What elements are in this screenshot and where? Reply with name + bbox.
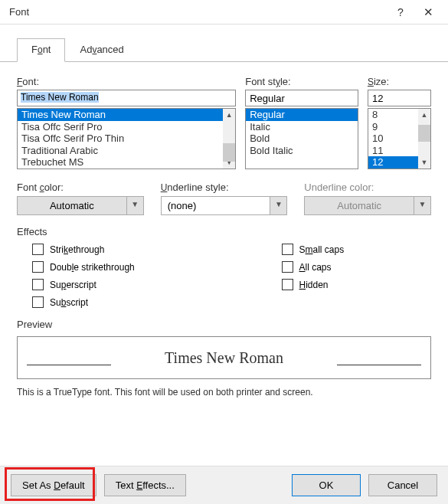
effects-label: Effects xyxy=(17,226,431,237)
fontstyle-label: Font style: xyxy=(245,76,358,87)
size-input[interactable] xyxy=(368,90,431,106)
list-item[interactable]: Bold Italic xyxy=(246,145,358,157)
list-item[interactable]: 9 xyxy=(368,121,418,133)
scrollbar[interactable]: ▲ ▼ xyxy=(223,109,235,169)
list-item[interactable]: 12 xyxy=(368,156,418,169)
list-item[interactable]: Tisa Offc Serif Pro xyxy=(18,121,223,133)
chevron-down-icon[interactable]: ▼ xyxy=(127,196,144,215)
subscript-checkbox[interactable]: Subscript xyxy=(32,296,182,308)
chevron-down-icon[interactable]: ▼ xyxy=(270,196,287,215)
list-item[interactable]: Times New Roman xyxy=(18,109,223,121)
underlinecolor-label: Underline color: xyxy=(304,182,431,193)
doublestrike-checkbox[interactable]: Double strikethrough xyxy=(32,261,182,273)
smallcaps-checkbox[interactable]: Small caps xyxy=(282,244,432,255)
font-panel: Font: Times New Roman Times New Roman Ti… xyxy=(0,61,448,404)
underlinestyle-dropdown[interactable]: (none) ▼ xyxy=(161,196,288,215)
preview-text: Times New Roman xyxy=(165,349,283,367)
list-item[interactable]: Bold xyxy=(246,133,358,145)
text-effects-button[interactable]: Text Effects... xyxy=(104,474,186,496)
list-item[interactable]: Italic xyxy=(246,121,358,133)
font-description: This is a TrueType font. This font will … xyxy=(17,387,431,398)
set-default-button[interactable]: Set As Default xyxy=(11,474,96,496)
allcaps-checkbox[interactable]: All caps xyxy=(282,261,432,273)
fontcolor-dropdown[interactable]: Automatic ▼ xyxy=(17,196,144,215)
preview-label: Preview xyxy=(17,319,431,330)
font-label: Font: xyxy=(17,76,236,87)
tab-advanced[interactable]: Advanced xyxy=(65,38,138,62)
size-label: Size: xyxy=(368,76,431,87)
superscript-checkbox[interactable]: Superscript xyxy=(32,279,182,290)
list-item[interactable]: 8 xyxy=(368,109,418,121)
preview-box: Times New Roman xyxy=(17,336,431,379)
size-listbox[interactable]: 8 9 10 11 12 ▲ ▼ xyxy=(368,108,431,169)
titlebar: Font ? ✕ xyxy=(0,0,448,25)
underlinestyle-label: Underline style: xyxy=(161,182,288,193)
preview-line xyxy=(27,365,111,365)
chevron-down-icon: ▼ xyxy=(414,196,431,215)
cancel-button[interactable]: Cancel xyxy=(368,474,437,496)
list-item[interactable]: Traditional Arabic xyxy=(18,145,223,157)
close-button[interactable]: ✕ xyxy=(414,5,442,19)
fontstyle-listbox[interactable]: Regular Italic Bold Bold Italic xyxy=(245,108,358,169)
fontcolor-label: Font color: xyxy=(17,182,144,193)
dialog-footer: Set As Default Text Effects... OK Cancel xyxy=(0,466,448,504)
list-item[interactable]: Regular xyxy=(246,109,358,121)
list-item[interactable]: Tisa Offc Serif Pro Thin xyxy=(18,133,223,145)
font-listbox[interactable]: Times New Roman Tisa Offc Serif Pro Tisa… xyxy=(17,108,236,169)
hidden-checkbox[interactable]: Hidden xyxy=(282,279,432,290)
tab-font[interactable]: Font xyxy=(17,38,65,62)
fontstyle-input[interactable] xyxy=(245,90,358,106)
ok-button[interactable]: OK xyxy=(292,474,361,496)
scroll-down-icon[interactable]: ▼ xyxy=(418,156,430,169)
preview-line xyxy=(337,365,421,365)
scroll-up-icon[interactable]: ▲ xyxy=(223,109,235,121)
font-input[interactable]: Times New Roman xyxy=(21,92,99,103)
strikethrough-checkbox[interactable]: Strikethrough xyxy=(32,244,182,255)
tab-strip: Font Advanced xyxy=(0,25,448,62)
list-item[interactable]: 10 xyxy=(368,133,418,145)
underlinecolor-dropdown: Automatic ▼ xyxy=(304,196,431,215)
scroll-up-icon[interactable]: ▲ xyxy=(418,109,430,121)
list-item[interactable]: 11 xyxy=(368,145,418,157)
list-item[interactable]: Trebuchet MS xyxy=(18,156,223,169)
help-button[interactable]: ? xyxy=(387,6,414,18)
scrollbar[interactable]: ▲ ▼ xyxy=(418,109,430,169)
dialog-title: Font xyxy=(6,6,387,18)
